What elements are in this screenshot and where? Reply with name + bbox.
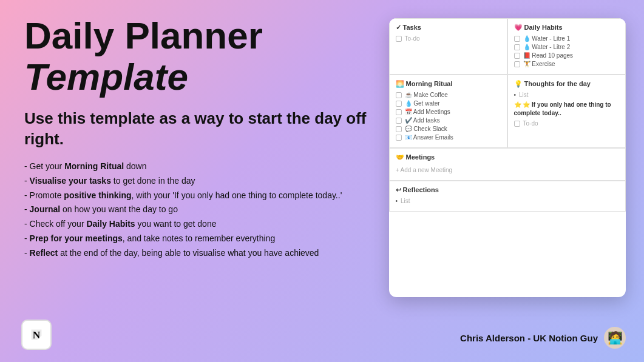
checkbox[interactable]: [396, 126, 402, 132]
bullet-3: - Promote positive thinking, with your '…: [24, 189, 376, 203]
notion-mockup: ✓ Tasks To-do 💗 Daily Habits 💧 Water - L…: [389, 18, 626, 297]
reflections-bullet: • List: [396, 198, 619, 204]
tasks-todo: To-do: [396, 35, 501, 42]
habit-1: 💧 Water - Litre 1: [514, 35, 619, 42]
bullet-4: - Journal on how you want the day to go: [24, 203, 376, 217]
morning-1: ☕ Make Coffee: [396, 92, 501, 98]
reflections-header: ↩ Reflections: [396, 186, 619, 194]
checkbox[interactable]: [514, 44, 520, 50]
right-panel: ✓ Tasks To-do 💗 Daily Habits 💧 Water - L…: [388, 12, 626, 350]
bullet-2: - Visualise your tasks to get done in th…: [24, 174, 376, 189]
morning-4: ✔️ Add tasks: [396, 117, 501, 124]
one-thing-todo: To-do: [514, 120, 619, 127]
morning-ritual-section: 🌅 Morning Ritual ☕ Make Coffee 💧 Get wat…: [389, 75, 507, 148]
subtitle: Use this template as a way to start the …: [24, 109, 376, 150]
checkbox[interactable]: [514, 53, 520, 59]
morning-5: 💬 Check Slack: [396, 126, 501, 132]
habit-2: 💧 Water - Litre 2: [514, 44, 619, 50]
meetings-section: 🤝 Meetings + Add a new Meeting: [389, 148, 626, 181]
thoughts-section: 💡 Thoughts for the day • List ⭐ ⭐ If you…: [507, 75, 626, 148]
svg-text:N: N: [33, 329, 41, 341]
habit-4: 🏋 Exercise: [514, 61, 619, 67]
bullet-6: - Prep for your meetings, and take notes…: [24, 232, 376, 246]
bullet-list: - Get your Morning Ritual down - Visuali…: [24, 159, 376, 261]
title-part1: Daily Planner: [24, 15, 263, 56]
tasks-section: ✓ Tasks To-do: [389, 18, 507, 75]
main-container: Daily Planner Template Use this template…: [0, 0, 644, 362]
checkbox[interactable]: [396, 118, 402, 124]
bullet-7: - Reflect at the end of the day, being a…: [24, 246, 376, 261]
author-name: Chris Alderson - UK Notion Guy: [460, 333, 598, 343]
author-bar: Chris Alderson - UK Notion Guy 🧑‍💻: [460, 327, 626, 349]
morning-6: 📧 Answer Emails: [396, 134, 501, 141]
checkbox[interactable]: [514, 36, 520, 42]
page-title: Daily Planner Template: [24, 15, 376, 98]
one-thing-text: ⭐ ⭐ If you only had one thing to complet…: [514, 101, 619, 118]
morning-ritual-header: 🌅 Morning Ritual: [396, 80, 501, 88]
thoughts-header: 💡 Thoughts for the day: [514, 80, 619, 88]
notion-logo: N: [21, 320, 52, 350]
title-part2: Template: [24, 56, 188, 98]
checkbox[interactable]: [514, 121, 520, 127]
author-avatar: 🧑‍💻: [604, 327, 626, 349]
daily-habits-section: 💗 Daily Habits 💧 Water - Litre 1 💧 Water…: [507, 18, 626, 75]
checkbox[interactable]: [396, 92, 402, 98]
reflections-section: ↩ Reflections • List: [389, 181, 626, 212]
checkbox[interactable]: [514, 61, 520, 67]
tasks-header: ✓ Tasks: [396, 24, 501, 32]
morning-3: 📅 Add Meetings: [396, 109, 501, 115]
checkbox[interactable]: [396, 36, 402, 42]
checkbox[interactable]: [396, 135, 402, 141]
checkbox[interactable]: [396, 109, 402, 115]
left-panel: Daily Planner Template Use this template…: [24, 12, 376, 350]
thoughts-bullet: • List: [514, 92, 619, 98]
morning-2: 💧 Get water: [396, 100, 501, 107]
bullet-1: - Get your Morning Ritual down: [24, 159, 376, 174]
meetings-header: 🤝 Meetings: [396, 153, 619, 161]
add-meeting-button[interactable]: + Add a new Meeting: [396, 165, 619, 175]
habit-3: 📕 Read 10 pages: [514, 52, 619, 59]
checkbox[interactable]: [396, 101, 402, 107]
bullet-5: - Check off your Daily Habits you want t…: [24, 217, 376, 232]
notion-grid: ✓ Tasks To-do 💗 Daily Habits 💧 Water - L…: [389, 18, 626, 212]
daily-habits-header: 💗 Daily Habits: [514, 24, 619, 32]
